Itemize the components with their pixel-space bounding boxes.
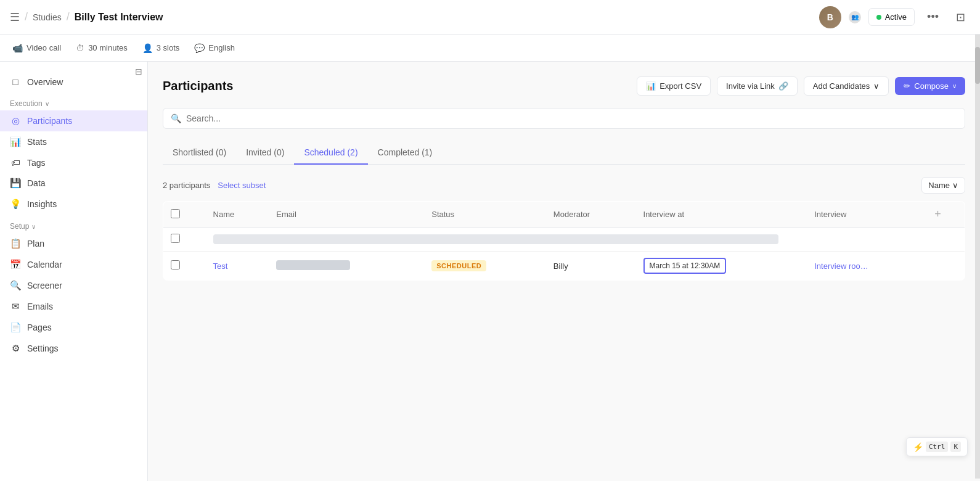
interview-room-link[interactable]: Interview roo… [814,261,868,271]
emails-icon: ✉ [10,301,21,312]
studies-link[interactable]: Studies [33,12,62,22]
breadcrumb-sep-2: / [67,10,70,23]
active-badge[interactable]: Active [868,8,915,26]
overview-icon: □ [10,76,21,87]
compose-button[interactable]: ✏ Compose ∨ [895,77,965,95]
sort-button[interactable]: Name ∨ [921,177,965,194]
data-label: Data [27,178,46,188]
sidebar-item-calendar[interactable]: 📅 Calendar [0,254,147,275]
col-interview: Interview [807,202,927,228]
invite-via-link-button[interactable]: Invite via Link 🔗 [717,76,798,96]
video-icon: 📹 [12,43,23,53]
more-button[interactable]: ••• [922,8,944,26]
page-title: Billy Test Interview [75,12,163,23]
search-bar: 🔍 [163,108,965,129]
sidebar-item-pages[interactable]: 📄 Pages [0,317,147,338]
add-candidates-button[interactable]: Add Candidates ∨ [804,76,889,96]
compose-chevron-icon: ∨ [952,83,957,89]
sidebar-section-setup: Setup ∨ [0,215,147,233]
settings-icon: ⚙ [10,343,21,354]
duration-label: 30 minutes [88,43,128,52]
sidebar-item-participants[interactable]: ◎ Participants [0,110,147,131]
bolt-icon: ⚡ [913,442,923,452]
panel-button[interactable]: ⊡ [951,8,970,27]
sidebar-item-insights[interactable]: 💡 Insights [0,194,147,215]
menu-icon[interactable]: ☰ [10,10,20,24]
export-csv-button[interactable]: 📊 Export CSV [637,76,711,96]
tab-shortlisted[interactable]: Shortlisted (0) [163,141,236,165]
participant-name-link[interactable]: Test [213,261,228,271]
stats-label: Stats [27,137,47,147]
col-status: Status [424,202,546,228]
plan-icon: 📋 [10,238,21,249]
tags-icon: 🏷 [10,157,21,168]
main-content: Participants 📊 Export CSV Invite via Lin… [148,62,980,481]
sidebar-item-screener[interactable]: 🔍 Screener [0,275,147,296]
row-checkbox[interactable] [171,234,180,243]
insights-label: Insights [27,199,57,209]
pages-icon: 📄 [10,322,21,333]
setup-chevron-icon: ∨ [31,223,36,230]
participants-icon: ◎ [10,115,21,126]
ctrl-key: Ctrl [926,442,949,452]
calendar-icon: 📅 [10,259,21,270]
active-label: Active [885,12,907,22]
sidebar-item-emails[interactable]: ✉ Emails [0,296,147,317]
sub-nav-video-call: 📹 Video call [12,43,61,53]
language-label: English [208,43,235,52]
tags-label: Tags [27,158,46,168]
tab-scheduled[interactable]: Scheduled (2) [294,141,367,165]
top-nav-right: B 👥 Active ••• ⊡ [819,6,970,28]
clock-icon: ⏱ [76,43,84,53]
search-input[interactable] [186,113,957,123]
settings-label: Settings [27,343,59,353]
add-column-button[interactable]: + [934,208,941,221]
moderator-cell: Billy [546,252,636,281]
select-subset-button[interactable]: Select subset [218,181,266,190]
scrollbar[interactable] [975,35,980,479]
sort-chevron-icon: ∨ [952,181,958,190]
table-row [163,228,965,252]
insights-icon: 💡 [10,199,21,210]
k-key: K [950,442,961,452]
sidebar-collapse-button[interactable]: ⊟ [135,67,142,76]
row-checkbox[interactable] [171,260,180,269]
calendar-label: Calendar [27,260,62,269]
table-meta: 2 participants Select subset Name ∨ [163,177,965,194]
table-meta-left: 2 participants Select subset [163,181,266,190]
emails-label: Emails [27,302,53,311]
search-icon: 🔍 [171,113,181,123]
sidebar-item-plan[interactable]: 📋 Plan [0,233,147,254]
sidebar-item-settings[interactable]: ⚙ Settings [0,338,147,359]
sub-nav-language: 💬 English [194,43,235,53]
language-icon: 💬 [194,43,205,53]
sidebar-item-overview[interactable]: □ Overview [0,72,147,92]
sidebar-item-stats[interactable]: 📊 Stats [0,131,147,152]
data-icon: 💾 [10,178,21,189]
sidebar: ⊟ □ Overview Execution ∨ ◎ Participants … [0,62,148,481]
scrollbar-thumb [975,47,980,84]
sidebar-item-tags[interactable]: 🏷 Tags [0,152,147,173]
overview-label: Overview [27,77,63,87]
avatar: B [819,6,841,28]
top-nav: ☰ / Studies / Billy Test Interview B 👥 A… [0,0,980,35]
participants-title: Participants [163,79,233,93]
tab-invited[interactable]: Invited (0) [236,141,294,165]
active-dot [876,15,881,20]
select-all-checkbox[interactable] [171,209,180,218]
layout: ⊟ □ Overview Execution ∨ ◎ Participants … [0,62,980,481]
tab-completed[interactable]: Completed (1) [368,141,443,165]
team-icon: 👥 [849,11,861,23]
sidebar-item-data[interactable]: 💾 Data [0,173,147,194]
top-nav-left: ☰ / Studies / Billy Test Interview [10,10,163,24]
link-icon: 🔗 [778,81,788,91]
blurred-email [276,260,350,270]
slots-label: 3 slots [157,43,180,52]
person-icon: 👤 [142,43,153,53]
status-badge: SCHEDULED [431,260,486,271]
col-moderator: Moderator [546,202,636,228]
col-email: Email [269,202,424,228]
stats-icon: 📊 [10,136,21,147]
video-call-label: Video call [27,43,61,52]
compose-icon: ✏ [904,81,910,91]
